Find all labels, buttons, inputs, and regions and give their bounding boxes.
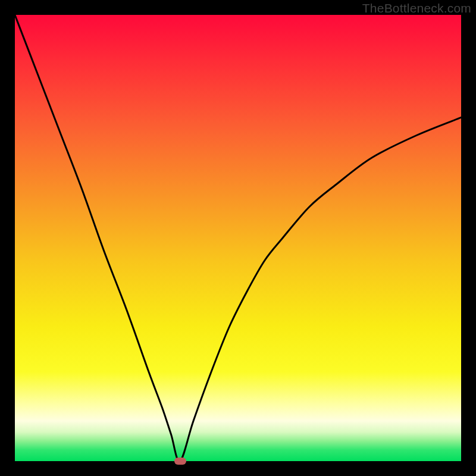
gradient-rect (15, 15, 461, 461)
plot-area (15, 15, 461, 461)
optimal-marker (174, 458, 186, 465)
chart-svg (15, 15, 461, 461)
attribution-text: TheBottleneck.com (362, 1, 471, 15)
chart-frame (15, 15, 461, 461)
